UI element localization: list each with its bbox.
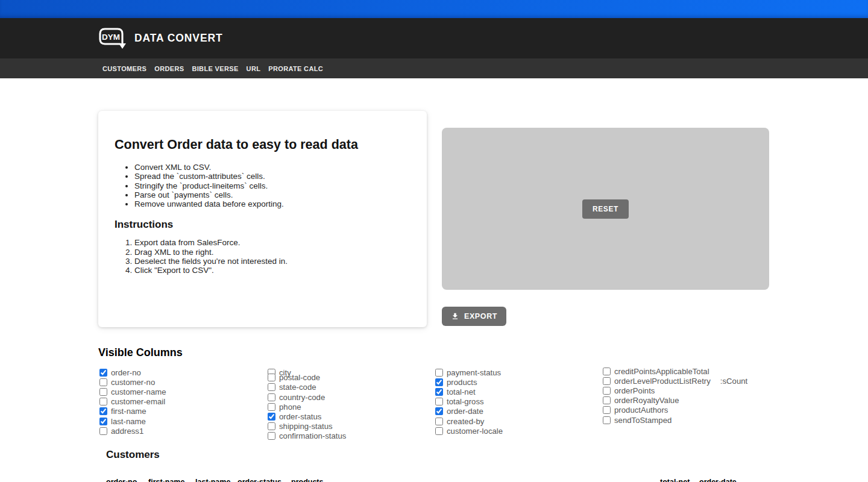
visible-column-item[interactable]: state-code	[268, 383, 346, 392]
visible-column-label: state-code	[279, 383, 316, 392]
visible-column-checkbox[interactable]	[99, 388, 107, 396]
nav-customers[interactable]: CUSTOMERS	[102, 65, 146, 72]
visible-column-checkbox[interactable]	[603, 377, 611, 385]
visible-column-item[interactable]: orderLevelProductListRetry :sCount	[603, 376, 747, 386]
xml-drop-zone[interactable]: RESET	[442, 128, 769, 290]
visible-column-checkbox[interactable]	[268, 432, 275, 440]
visible-column-checkbox[interactable]	[268, 403, 275, 411]
visible-column-checkbox[interactable]	[268, 422, 275, 430]
visible-column-item[interactable]: shipping-status	[268, 422, 346, 431]
table-header-order-status: order-status	[237, 478, 281, 482]
visible-column-checkbox[interactable]	[99, 369, 107, 377]
visible-column-item[interactable]: payment-status	[435, 368, 503, 377]
visible-column-item[interactable]: total-net	[435, 387, 503, 396]
visible-column-checkbox[interactable]	[603, 387, 611, 395]
feature-item: Stringify the `product-lineitems` cells.	[134, 181, 409, 190]
visible-column-label: customer-email	[111, 397, 165, 406]
visible-column-item[interactable]: customer-email	[99, 397, 166, 407]
visible-column-label: last-name	[111, 417, 146, 426]
visible-column-item[interactable]: customer-name	[99, 387, 166, 396]
visible-column-item[interactable]: productAuthors	[603, 405, 747, 415]
visible-column-item[interactable]: address1	[99, 426, 166, 436]
instruction-step: Deselect the fields you're not intereste…	[134, 257, 409, 266]
visible-column-label: first-name	[111, 407, 146, 416]
nav-prorate-calc[interactable]: PRORATE CALC	[268, 65, 323, 72]
visible-column-item[interactable]: customer-no	[99, 377, 166, 387]
visible-column-checkbox[interactable]	[435, 427, 443, 435]
visible-columns-group-2: city postal-code state-code country-code…	[268, 368, 346, 441]
visible-column-label: confirmation-status	[279, 431, 346, 440]
visible-column-label: order-status	[279, 412, 321, 421]
main-nav: CUSTOMERS ORDERS BIBLE VERSE URL PRORATE…	[0, 58, 868, 78]
visible-column-item[interactable]: orderPoints	[603, 386, 747, 395]
instructions-list: Export data from SalesForce. Drag XML to…	[115, 238, 409, 275]
visible-column-item[interactable]: order-no	[99, 368, 166, 377]
visible-column-checkbox[interactable]	[268, 413, 275, 421]
top-accent-bar	[0, 0, 868, 18]
visible-column-checkbox[interactable]	[435, 378, 443, 386]
visible-column-item[interactable]: confirmation-status	[268, 431, 346, 441]
visible-column-checkbox[interactable]	[603, 416, 611, 424]
visible-column-label: sendToStamped	[614, 416, 671, 425]
visible-column-item[interactable]: last-name	[99, 416, 166, 426]
app-header: DYM DATA CONVERT	[0, 18, 868, 58]
visible-column-checkbox[interactable]	[435, 369, 443, 377]
dym-logo-icon: DYM	[98, 27, 127, 50]
instruction-step: Click "Export to CSV".	[134, 266, 409, 275]
instruction-step: Drag XML to the right.	[134, 248, 409, 257]
visible-column-checkbox[interactable]	[603, 368, 611, 375]
visible-column-item[interactable]: orderRoyaltyValue	[603, 396, 747, 405]
visible-column-label: shipping-status	[279, 422, 333, 431]
visible-column-checkbox[interactable]	[99, 427, 107, 435]
visible-column-label: products	[447, 378, 477, 387]
visible-column-label: country-code	[279, 393, 325, 402]
visible-column-label: total-net	[447, 387, 476, 396]
visible-column-checkbox[interactable]	[99, 378, 107, 386]
visible-column-item[interactable]: creditPointsApplicableTotal	[603, 366, 747, 376]
visible-column-item[interactable]: customer-locale	[435, 426, 503, 436]
visible-column-label: total-gross	[447, 397, 484, 406]
page-title: Convert Order data to easy to read data	[115, 137, 409, 152]
visible-column-label: orderPoints	[614, 386, 655, 395]
visible-column-label: address1	[111, 427, 143, 436]
visible-column-checkbox[interactable]	[99, 398, 107, 405]
visible-column-item[interactable]: country-code	[268, 392, 346, 402]
visible-column-item[interactable]: postal-code	[268, 373, 346, 383]
visible-columns-group-4: creditPointsApplicableTotal orderLevelPr…	[603, 366, 747, 425]
visible-column-checkbox[interactable]	[603, 396, 611, 404]
customers-section-title: Customers	[106, 449, 160, 461]
reset-button[interactable]: RESET	[582, 199, 629, 219]
visible-column-checkbox[interactable]	[435, 398, 443, 405]
visible-column-label: orderRoyaltyValue	[614, 396, 679, 405]
nav-bible-verse[interactable]: BIBLE VERSE	[192, 65, 238, 72]
table-header-total-net: total-net	[660, 478, 690, 482]
visible-column-checkbox[interactable]	[435, 407, 443, 415]
visible-column-checkbox[interactable]	[268, 383, 275, 391]
visible-column-item[interactable]: total-gross	[435, 397, 503, 407]
visible-column-item[interactable]: order-status	[268, 412, 346, 421]
export-button[interactable]: EXPORT	[442, 307, 506, 326]
visible-column-item[interactable]: first-name	[99, 407, 166, 416]
nav-orders[interactable]: ORDERS	[154, 65, 184, 72]
instructions-title: Instructions	[115, 219, 409, 231]
table-header-order-no: order-no	[106, 478, 137, 482]
visible-column-label: customer-no	[111, 378, 155, 387]
visible-column-item[interactable]: created-by	[435, 416, 503, 426]
visible-column-checkbox[interactable]	[603, 406, 611, 414]
dym-logo[interactable]: DYM	[98, 27, 127, 50]
nav-url[interactable]: URL	[247, 65, 261, 72]
visible-column-item[interactable]: products	[435, 377, 503, 387]
overflow-text-fragment: :sCount	[720, 377, 747, 386]
visible-column-label: customer-locale	[447, 427, 503, 436]
visible-column-checkbox[interactable]	[99, 407, 107, 415]
visible-column-checkbox[interactable]	[268, 374, 275, 381]
visible-column-checkbox[interactable]	[435, 418, 443, 425]
visible-column-checkbox[interactable]	[268, 393, 275, 401]
visible-column-checkbox[interactable]	[99, 418, 107, 425]
visible-column-checkbox[interactable]	[435, 388, 443, 396]
visible-column-item[interactable]: sendToStamped	[603, 415, 747, 425]
instruction-step: Export data from SalesForce.	[134, 238, 409, 247]
visible-column-item[interactable]: phone	[268, 402, 346, 412]
visible-column-item[interactable]: order-date	[435, 407, 503, 416]
visible-column-label: customer-name	[111, 387, 166, 396]
